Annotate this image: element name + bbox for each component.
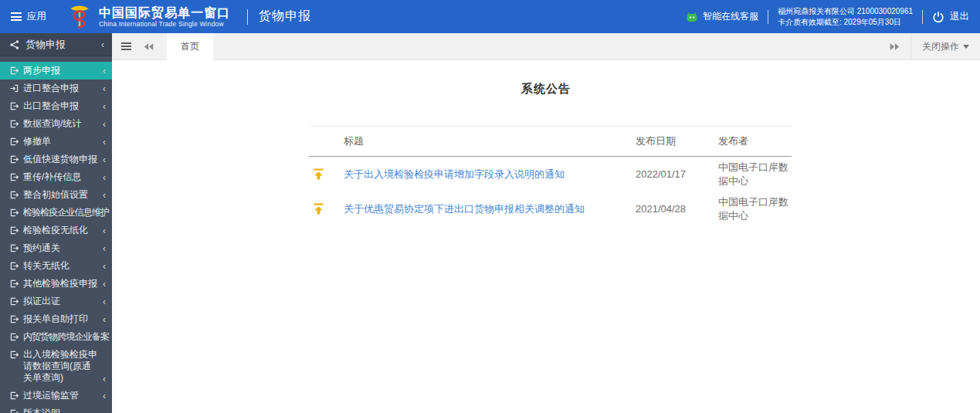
tab-home[interactable]: 首页	[167, 33, 213, 60]
app-header: 应用 中国国际贸易单一窗口 China International Trade …	[0, 0, 980, 33]
chevron-left-icon: ‹	[101, 244, 106, 253]
module-title: 货物申报	[259, 8, 311, 25]
sidebar-item-inspection-paperless[interactable]: 检验检疫无纸化‹	[0, 222, 112, 239]
sidebar-item-other-inspection-declaration[interactable]: 其他检验检疫申报‹	[0, 275, 112, 293]
header-divider	[922, 10, 923, 24]
signout-icon	[9, 190, 19, 200]
hamburger-icon	[11, 11, 22, 23]
notice-row: 关于优惠贸易协定项下进出口货物申报相关调整的通知 2021/04/28 中国电子…	[309, 191, 792, 226]
signout-icon	[9, 279, 19, 289]
chevron-left-icon: ‹	[101, 262, 106, 271]
header-right: 智能在线客服 福州宛鼎报关有限公司 2100030020961 卡介质有效期截至…	[686, 6, 980, 28]
online-service-button[interactable]: 智能在线客服	[686, 10, 758, 23]
notice-publisher: 中国电子口岸数据中心	[718, 195, 792, 223]
header-divider	[768, 10, 768, 24]
sidebar-item-declaration-self-print[interactable]: 报关单自助打印‹	[0, 310, 112, 328]
sidebar-item-inspection-enterprise-info[interactable]: 检验检疫企业信息维护‹	[0, 204, 112, 222]
tab-menu-icon[interactable]	[121, 41, 131, 52]
col-header-title: 标题	[344, 134, 636, 148]
col-header-publisher: 发布者	[718, 134, 792, 148]
signout-icon	[9, 408, 19, 413]
brand-subtitle: China International Trade Single Window	[99, 20, 230, 28]
sidebar: 货物申报 ‹ 两步申报‹ 进口整合申报‹ 出口整合申报‹ 数据查询/统计‹ 修撤…	[0, 33, 112, 413]
sidebar-item-certificate-issuance[interactable]: 拟证出证‹	[0, 293, 112, 310]
logout-button[interactable]: 退出	[932, 10, 969, 23]
signout-icon	[9, 225, 19, 235]
robot-icon	[686, 11, 698, 23]
signout-icon	[9, 119, 19, 129]
caret-down-icon	[963, 45, 969, 49]
signout-icon	[9, 261, 19, 271]
close-operations-dropdown[interactable]: 关闭操作	[910, 33, 980, 59]
sidebar-item-low-value-express-cargo[interactable]: 低值快速货物申报‹	[0, 151, 112, 168]
sidebar-item-appointment-clearance[interactable]: 预约通关‹	[0, 239, 112, 257]
sidebar-root-cargo-declaration[interactable]: 货物申报 ‹	[0, 33, 112, 56]
notice-link[interactable]: 关于出入境检验检疫申请增加字段录入说明的通知	[344, 168, 636, 181]
page-title: 系统公告	[112, 82, 980, 96]
signout-icon	[9, 314, 19, 324]
signout-icon	[9, 391, 19, 401]
signout-icon	[9, 332, 19, 342]
chevron-left-icon: ‹	[101, 297, 106, 306]
chevron-left-icon: ‹	[101, 315, 106, 324]
col-header-date: 发布日期	[636, 134, 718, 148]
notice-table: 标题 发布日期 发布者 关于出入境检验检疫申请增加字段录入说明的通知 2022/…	[309, 126, 792, 226]
tab-strip: 首页 关闭操作	[112, 33, 980, 60]
power-icon	[932, 11, 944, 23]
chevron-left-icon: ‹	[101, 391, 106, 401]
sidebar-item-domestic-cross-border-enterprise-record[interactable]: 内贸货物跨境企业备案‹	[0, 328, 112, 346]
header-divider	[247, 9, 248, 25]
signout-icon	[9, 208, 19, 218]
sidebar-item-retransmit-supplement-info[interactable]: 重传/补传信息‹	[0, 168, 112, 186]
apps-menu-label: 应用	[27, 10, 46, 23]
chevron-left-icon: ‹	[101, 155, 106, 164]
sidebar-menu: 两步申报‹ 进口整合申报‹ 出口整合申报‹ 数据查询/统计‹ 修撤单‹ 低值快速…	[0, 56, 112, 413]
account-info: 福州宛鼎报关有限公司 2100030020961 卡介质有效期截至: 2029年…	[778, 6, 913, 28]
chevron-left-icon: ‹	[101, 120, 106, 129]
notice-date: 2022/01/17	[636, 168, 718, 180]
scroll-tabs-right-button[interactable]	[878, 42, 910, 51]
signout-icon	[9, 66, 19, 76]
online-service-label: 智能在线客服	[703, 10, 758, 23]
scroll-tabs-left-button[interactable]	[144, 42, 154, 51]
sidebar-item-data-query-statistics[interactable]: 数据查询/统计‹	[0, 115, 112, 133]
notice-link[interactable]: 关于优惠贸易协定项下进出口货物申报相关调整的通知	[344, 202, 636, 216]
company-name: 福州宛鼎报关有限公司 2100030020961	[778, 6, 913, 17]
chevron-left-icon: ‹	[101, 84, 106, 93]
notice-date: 2021/04/28	[636, 203, 718, 215]
card-expiry: 卡介质有效期截至: 2029年05月30日	[778, 17, 913, 28]
pinned-top-icon	[314, 168, 324, 180]
brand: 中国国际贸易单一窗口 China International Trade Sin…	[66, 4, 230, 30]
sidebar-item-amend-cancel[interactable]: 修撤单‹	[0, 133, 112, 151]
main-content: 系统公告 标题 发布日期 发布者 关于出入境检验检疫申请增加字段录入说明的通知 …	[112, 61, 980, 413]
chevron-left-icon: ‹	[101, 66, 106, 76]
brand-title: 中国国际贸易单一窗口	[99, 6, 230, 20]
chevron-left-icon: ‹	[101, 102, 106, 111]
signout-icon	[9, 101, 19, 111]
logout-label: 退出	[950, 10, 969, 23]
sidebar-item-transit-transport-supervision[interactable]: 过境运输监管‹	[0, 387, 112, 405]
chevron-left-icon: ‹	[101, 137, 106, 147]
sidebar-item-integrated-initial-value-settings[interactable]: 整合初始值设置‹	[0, 186, 112, 204]
double-left-arrow-icon	[144, 42, 154, 51]
sidebar-item-version-notes[interactable]: 版本说明	[0, 405, 112, 413]
sidebar-item-export-integrated-declaration[interactable]: 出口整合申报‹	[0, 97, 112, 115]
double-right-arrow-icon	[889, 42, 900, 51]
chevron-left-icon: ‹	[101, 173, 106, 182]
chevron-left-icon: ‹	[101, 40, 104, 49]
sidebar-item-two-step-declaration[interactable]: 两步申报‹	[0, 62, 112, 80]
sidebar-item-entry-exit-inspection-data-query[interactable]: 出入境检验检疫申请数据查询(原通关单查询)‹	[0, 346, 112, 387]
signout-icon	[9, 296, 19, 306]
share-icon	[9, 39, 20, 50]
apps-menu-button[interactable]: 应用	[0, 0, 57, 33]
caduceus-logo-icon	[66, 4, 93, 30]
signin-icon	[9, 83, 19, 93]
signout-icon	[9, 154, 19, 164]
notice-row: 关于出入境检验检疫申请增加字段录入说明的通知 2022/01/17 中国电子口岸…	[309, 157, 792, 191]
pinned-top-icon	[314, 203, 324, 215]
notice-publisher: 中国电子口岸数据中心	[718, 161, 792, 188]
tab-strip-right: 关闭操作	[866, 33, 980, 59]
signout-icon	[9, 350, 19, 360]
sidebar-item-transit-paperless[interactable]: 转关无纸化‹	[0, 257, 112, 275]
sidebar-item-import-integrated-declaration[interactable]: 进口整合申报‹	[0, 80, 112, 97]
